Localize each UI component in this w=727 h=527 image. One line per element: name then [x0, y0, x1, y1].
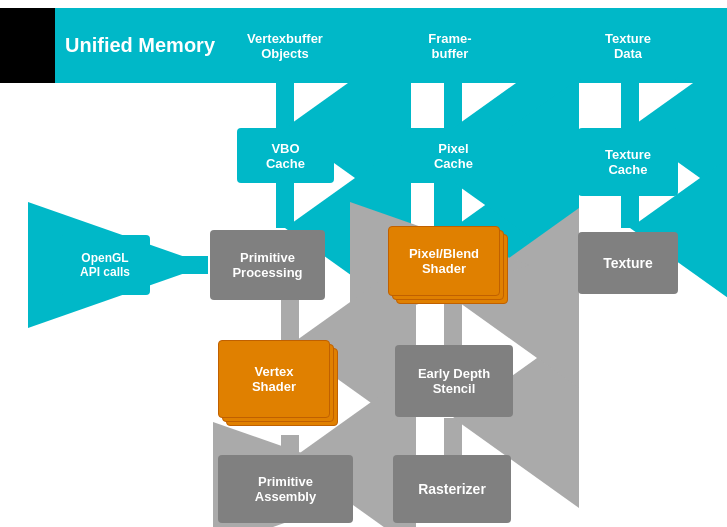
rasterizer-box: Rasterizer	[393, 455, 511, 523]
vertexbuffer-box: Vertexbuffer Objects	[230, 12, 340, 80]
early-depth-stencil-box: Early Depth Stencil	[395, 345, 513, 417]
early-depth-stencil-label: Early Depth Stencil	[418, 366, 490, 396]
opengl-box: OpenGL API calls	[60, 235, 150, 295]
framebuffer-box: Frame- buffer	[400, 12, 500, 80]
vertexbuffer-label: Vertexbuffer Objects	[247, 31, 323, 61]
primitive-processing-label: Primitive Processing	[232, 250, 302, 280]
primitive-assembly-label: Primitive Assembly	[255, 474, 316, 504]
pixel-cache-label: Pixel Cache	[434, 141, 473, 171]
vbo-cache-box: VBO Cache	[237, 128, 334, 183]
texture-box: Texture	[578, 232, 678, 294]
texture-cache-box: Texture Cache	[578, 128, 678, 196]
rasterizer-label: Rasterizer	[418, 481, 486, 497]
diagram: Unified Memory Vertexbuffer Objects Fram…	[0, 0, 727, 527]
vertex-shader-label: Vertex Shader	[252, 364, 296, 394]
primitive-assembly-box: Primitive Assembly	[218, 455, 353, 523]
framebuffer-label: Frame- buffer	[428, 31, 471, 61]
vbo-cache-label: VBO Cache	[266, 141, 305, 171]
pixel-blend-label: Pixel/Blend Shader	[409, 246, 479, 276]
texture-data-box: Texture Data	[578, 12, 678, 80]
texture-data-label: Texture Data	[605, 31, 651, 61]
vertex-shader-stack: Vertex Shader	[218, 340, 338, 430]
black-box	[0, 8, 55, 83]
opengl-label: OpenGL API calls	[80, 251, 130, 279]
texture-label: Texture	[603, 255, 653, 271]
pixel-cache-box: Pixel Cache	[405, 128, 502, 183]
pixel-blend-stack: Pixel/Blend Shader	[388, 226, 508, 304]
primitive-processing-box: Primitive Processing	[210, 230, 325, 300]
texture-cache-label: Texture Cache	[605, 147, 651, 177]
unified-memory-label: Unified Memory	[55, 34, 215, 57]
